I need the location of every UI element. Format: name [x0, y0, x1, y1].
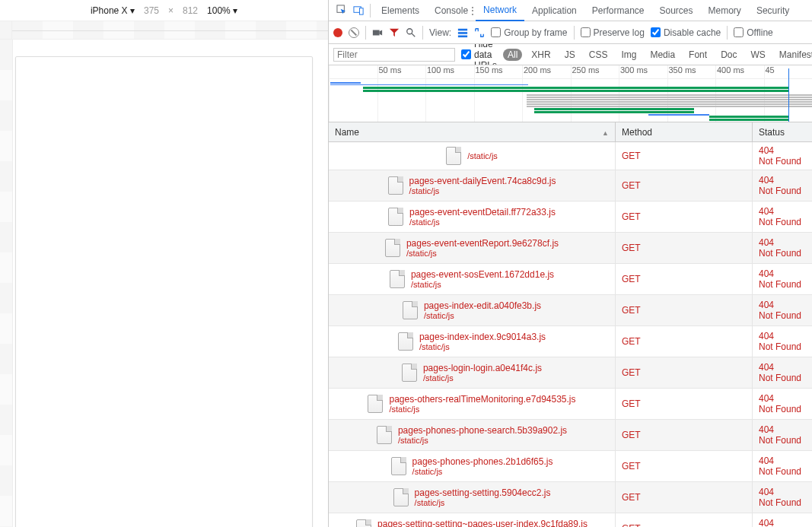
request-path: /static/js: [412, 467, 553, 476]
device-frame[interactable]: [15, 56, 313, 527]
file-icon: [398, 332, 413, 351]
request-row[interactable]: pages-setting-setting~pages-user-index.9…: [329, 513, 812, 527]
request-path: /static/js: [389, 405, 575, 414]
request-path: /static/js: [398, 436, 567, 445]
filter-xhr[interactable]: XHR: [527, 49, 555, 61]
request-rows[interactable]: pages-dispatching-xungengPath.3002c2a4.j…: [329, 142, 812, 527]
request-status: 404Not Found: [753, 142, 812, 170]
clear-button[interactable]: [349, 27, 359, 38]
request-method: GET: [616, 389, 753, 419]
tab-elements[interactable]: Elements: [374, 0, 427, 21]
file-icon: [403, 301, 418, 319]
filter-all[interactable]: All: [503, 49, 522, 61]
request-row[interactable]: pages-event-dailyEvent.74ca8c9d.js/stati…: [329, 170, 812, 202]
request-row[interactable]: pages-setting-setting.5904ecc2.js/static…: [329, 482, 812, 513]
request-method: GET: [616, 482, 753, 513]
request-filename: pages-index-index.9c9014a3.js: [419, 332, 546, 342]
svg-rect-8: [458, 35, 467, 37]
request-method: GET: [616, 420, 753, 450]
offline-checkbox[interactable]: Offline: [734, 27, 772, 38]
device-height[interactable]: 812: [183, 5, 198, 16]
network-toolbar: View: Group by frame Preserve log Disabl…: [329, 21, 812, 44]
request-row[interactable]: pages-login-login.a0e41f4c.js/static/jsG…: [329, 357, 812, 389]
request-filename: pages-login-login.a0e41f4c.js: [423, 363, 542, 373]
filter-css[interactable]: CSS: [584, 49, 613, 61]
request-row[interactable]: pages-event-eventDetail.ff772a33.js/stat…: [329, 202, 812, 233]
request-method: GET: [616, 233, 753, 263]
filter-input[interactable]: [333, 48, 455, 62]
file-icon: [446, 147, 461, 165]
request-row[interactable]: pages-dispatching-xungengPath.3002c2a4.j…: [329, 142, 812, 170]
request-filename: pages-setting-setting.5904ecc2.js: [415, 487, 551, 498]
tab-security[interactable]: Security: [749, 0, 797, 21]
timeline-overview[interactable]: 50 ms100 ms150 ms200 ms250 ms300 ms350 m…: [329, 65, 812, 122]
filter-font[interactable]: Font: [684, 49, 712, 61]
column-name[interactable]: Name: [329, 122, 616, 141]
request-status: 404Not Found: [753, 451, 812, 481]
tab-application[interactable]: Application: [524, 0, 584, 21]
camera-icon[interactable]: [372, 27, 383, 38]
request-row[interactable]: pages-index-edit.a040fe3b.js/static/jsGE…: [329, 295, 812, 326]
request-row[interactable]: pages-event-sosEvent.1672dd1e.js/static/…: [329, 264, 812, 295]
more-options-icon[interactable]: [468, 5, 477, 16]
request-row[interactable]: pages-phones-phone-search.5b39a902.js/st…: [329, 420, 812, 451]
request-status: 404Not Found: [753, 233, 812, 263]
preserve-log-checkbox[interactable]: Preserve log: [581, 27, 645, 38]
request-filename: pages-event-dailyEvent.74ca8c9d.js: [409, 176, 556, 186]
view-label: View:: [429, 27, 451, 38]
column-status[interactable]: Status: [753, 122, 812, 141]
request-row[interactable]: pages-others-realTimeMonitoring.e7d94535…: [329, 389, 812, 420]
filter-icon[interactable]: [389, 27, 400, 38]
svg-rect-7: [458, 32, 467, 34]
request-path: /static/js: [411, 280, 554, 289]
file-icon: [402, 364, 417, 382]
group-by-frame-checkbox[interactable]: Group by frame: [491, 27, 567, 38]
request-path: /static/js: [406, 249, 559, 258]
hide-data-urls-checkbox[interactable]: Hide data URLs: [461, 44, 497, 65]
filter-js[interactable]: JS: [560, 49, 580, 61]
filter-manifest[interactable]: Manifest: [775, 49, 812, 61]
request-status: 404Not Found: [753, 326, 812, 357]
type-filters: AllXHRJSCSSImgMediaFontDocWSManifestOt: [503, 49, 812, 61]
file-icon: [391, 457, 406, 475]
request-row[interactable]: pages-phones-phones.2b1d6f65.js/static/j…: [329, 451, 812, 482]
dimension-times: ×: [168, 5, 174, 16]
column-method[interactable]: Method: [616, 122, 753, 141]
request-filename: pages-event-sosEvent.1672dd1e.js: [411, 269, 554, 280]
device-width[interactable]: 375: [144, 5, 159, 16]
file-icon: [393, 488, 409, 506]
tab-memory[interactable]: Memory: [701, 0, 749, 21]
filter-ws[interactable]: WS: [746, 49, 769, 61]
device-toggle-icon[interactable]: [350, 2, 367, 19]
request-filename: pages-phones-phone-search.5b39a902.js: [398, 425, 567, 436]
request-row[interactable]: pages-event-eventReport.9e6278cf.js/stat…: [329, 233, 812, 264]
request-filename: pages-phones-phones.2b1d6f65.js: [412, 456, 553, 467]
inspect-icon[interactable]: [333, 2, 350, 19]
request-filename: pages-setting-setting~pages-user-index.9…: [377, 519, 588, 527]
zoom-select[interactable]: 100%: [207, 5, 237, 16]
tab-sources[interactable]: Sources: [652, 0, 701, 21]
ruler-horizontal: [0, 21, 328, 40]
large-rows-icon[interactable]: [457, 27, 468, 38]
tab-network[interactable]: Network: [476, 0, 524, 21]
filter-doc[interactable]: Doc: [716, 49, 741, 61]
svg-rect-2: [359, 8, 363, 14]
request-path: /static/js: [409, 186, 556, 195]
overview-icon[interactable]: [474, 27, 485, 38]
record-button[interactable]: [333, 28, 342, 37]
request-status: 404Not Found: [753, 295, 812, 325]
request-path: /static/js: [424, 311, 541, 320]
file-icon: [390, 270, 405, 288]
tab-performance[interactable]: Performance: [584, 0, 652, 21]
request-status: 404Not Found: [753, 482, 812, 513]
filter-img[interactable]: Img: [616, 49, 641, 61]
request-path: /static/js: [419, 342, 546, 351]
filter-media[interactable]: Media: [645, 49, 680, 61]
request-path: /static/js: [415, 498, 551, 507]
search-icon[interactable]: [406, 27, 416, 38]
request-row[interactable]: pages-index-index.9c9014a3.js/static/jsG…: [329, 326, 812, 357]
request-method: GET: [616, 451, 753, 481]
device-select[interactable]: iPhone X: [91, 5, 135, 16]
disable-cache-checkbox[interactable]: Disable cache: [651, 27, 721, 38]
request-status: 404Not Found: [753, 264, 812, 294]
